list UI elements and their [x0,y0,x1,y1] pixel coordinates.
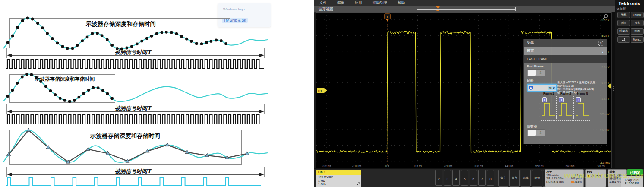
sidebar-button-results-table[interactable]: 结果表 [617,28,630,35]
horizontal-badge[interactable]: 水平 110 ns/div1.1 μsSR: 6.25 GS/s160 ps/p… [545,169,584,187]
sidebar-button-more[interactable]: More... [631,36,644,43]
right-sidebar: Tektronix 添加新... 光标Callout测量搜索结果表绘图More.… [615,0,644,168]
menu-item-2[interactable]: 应用 [355,0,362,6]
time-text: 8:15:00 PM [621,182,643,185]
channel-button-4[interactable]: 4 [452,170,460,186]
sample-dot [170,31,173,34]
sample-dot [101,89,104,92]
horizontal-row-2: RL: 6.875 kpts 23.5% [546,180,582,184]
sidebar-button-measure[interactable]: 测量 [617,20,630,26]
h-right: 1.1 μs [575,174,582,177]
sample-dot [155,32,158,35]
frame-preview-1: T [558,96,574,121]
sidebar-button-callout[interactable]: Callout [631,12,644,18]
sample-dot [46,32,49,35]
sidebar-button-search[interactable]: 搜索 [631,20,644,26]
sample-dot [136,42,139,45]
help-icon[interactable]: ? [598,41,603,46]
channel-button-6[interactable]: 6 [470,170,477,186]
volt-label: 3.08 V [601,34,609,37]
view-tab-strip: 波形视图 [314,6,615,13]
diagram2-time-label: 被测信号时间T [3,105,262,112]
button-color-stripe [499,171,507,171]
reference-button[interactable]: 参考 [509,170,520,187]
sample-dot [175,32,178,35]
sample-dot [160,31,163,34]
settings-label: 设置 [527,49,534,53]
probe-icon [357,182,360,186]
channel-button-8[interactable]: 8 [487,170,494,186]
sample-dot [31,18,34,21]
sample-dot [73,99,76,102]
linear-interpolation [9,130,247,162]
frame-count-input[interactable]: A 50 k [527,84,557,92]
toggle-state: 关 [536,130,545,136]
c1-label: C1 [318,89,322,92]
info-line-2: 帧分辨率:160 ps/pt(6.25 GS/s) [557,87,606,91]
fast-frame-section-header: FAST FRAME [524,55,607,63]
fast-frame-toggle[interactable]: 关 [527,69,545,76]
channel-button-2[interactable]: 2 [435,170,442,186]
overview-bar[interactable] [417,9,516,10]
channel-button-7[interactable]: 7 [478,170,486,186]
time-label: -220 ns [322,165,331,168]
overview-right-bracket[interactable] [515,7,516,11]
tab-waveform-view[interactable]: 波形视图 [319,7,333,12]
time-label: 550 ns [535,165,544,168]
sample-dot [25,73,28,76]
info-line-1: 帧时长:1.1 μs [557,84,606,88]
sample-dot [195,42,198,45]
channel-button-5[interactable]: 5 [461,170,468,186]
sample-dot [145,37,148,40]
sample-dot [86,35,89,38]
sample-dot [16,82,19,85]
trigger-badge[interactable]: 触发 1 ╱ 1.65 V [585,169,606,187]
digital-button[interactable]: 数字 [498,170,508,187]
channel-button-3[interactable]: 3 [444,170,451,186]
bus-button[interactable]: 总线 [521,170,531,187]
menu-item-4[interactable]: 帮助 [398,0,405,6]
sample-dot [11,35,14,38]
trigger-source-badge: 1 [587,175,590,177]
magnifier-icon[interactable] [604,14,608,18]
menu-item-1[interactable]: 编辑 [337,0,344,6]
menu-item-3[interactable]: 辅助功能 [373,0,387,6]
summary-frame-toggle[interactable]: 关 [527,129,545,136]
time-label: 220 ns [444,165,452,168]
sidebar-button-plot[interactable]: 绘图 [631,28,644,35]
frame-pulse [559,103,572,116]
clock-train-sparse [6,178,261,186]
panel-title-row[interactable]: 采集 ? [524,39,607,47]
overview-trigger-marker[interactable] [436,6,440,11]
time-label: 770 ns [596,165,605,168]
h-left: 110 ns/div [546,174,559,177]
dvm-button[interactable]: DVM [532,170,542,187]
trigger-title: 触发 [587,170,604,174]
time-label: 330 ns [474,165,483,168]
frame-preview-0: T [541,96,557,121]
clock-train-dense [6,60,264,69]
sample-dot [21,19,24,22]
channel1-line-1: 1 MΩ [318,179,361,183]
channel1-badge[interactable]: Ch 1 440 mV/div1 MΩ1 GHz [316,170,361,187]
channel-color-stripe [454,171,458,171]
sidebar-button-cursor[interactable]: 光标 [617,12,630,18]
trigger-flag-letter: T [386,15,389,19]
diagram3-graphic [3,128,268,187]
sidebar-button-zoom-view[interactable] [617,36,630,43]
sample-dot [220,39,223,42]
frame-label-2: Frame N [573,92,592,95]
channel1-line-0: 440 mV/div [318,175,361,179]
settings-row[interactable]: 设置 › [524,47,607,55]
toggle-knob [527,70,536,76]
time-label: 110 ns [414,165,422,168]
sample-dot [56,41,59,44]
sample-dot [16,26,19,29]
menu-bar: 文件编辑应用辅助功能帮助 [314,0,615,6]
sample-dot [97,86,100,89]
fast-frame-panel: 采集 ? 设置 › FAST FRAME Fast Frame 关 帧数 A 5… [523,39,607,144]
diagram2-graphic [3,72,268,126]
menu-item-0[interactable]: 文件 [319,0,327,6]
channel-color-stripe [471,171,476,171]
triggered-status-button[interactable]: 已触发 [627,169,643,175]
